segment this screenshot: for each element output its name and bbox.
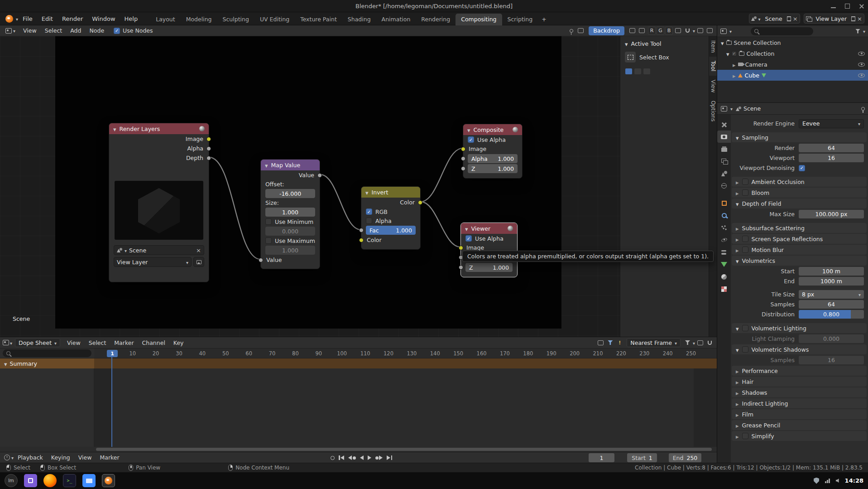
expand-icon[interactable] xyxy=(733,72,736,79)
image-input-socket[interactable] xyxy=(459,246,463,250)
filter-icon[interactable] xyxy=(855,29,860,34)
rgb-toggle[interactable]: RGB xyxy=(361,207,420,216)
chevron-down-icon[interactable] xyxy=(863,28,865,34)
prev-keyframe-button[interactable] xyxy=(348,455,356,460)
image-output-socket[interactable] xyxy=(206,137,211,141)
invert-node[interactable]: Invert Color RGB Alpha Fac 1.000 xyxy=(361,186,421,250)
dope-sheet-menu[interactable]: Select xyxy=(85,339,110,346)
compositor-menu[interactable]: Node xyxy=(85,27,108,34)
workspace-tab-rendering[interactable]: Rendering xyxy=(416,14,456,25)
outliner-row-collection[interactable]: Collection xyxy=(717,48,868,59)
playhead-line[interactable] xyxy=(111,357,112,447)
expand-panel-icon[interactable] xyxy=(736,411,739,418)
volumetric-shadows-checkbox[interactable] xyxy=(742,346,748,353)
alpha-checkbox[interactable] xyxy=(366,218,372,224)
panel-performance[interactable]: Performance xyxy=(732,366,867,376)
backdrop-button[interactable]: Backdrop xyxy=(589,26,624,35)
topbar-menu[interactable]: Render xyxy=(58,15,87,22)
filter-icon[interactable] xyxy=(683,339,692,347)
channel-list-region[interactable] xyxy=(0,368,94,447)
panel-grease-pencil[interactable]: Grease Pencil xyxy=(732,420,867,430)
expand-panel-icon[interactable] xyxy=(736,422,739,429)
frame-end-field[interactable]: End 250 xyxy=(669,453,701,462)
tab-scene-properties[interactable] xyxy=(717,167,731,179)
snap-magnet-icon[interactable] xyxy=(705,339,714,347)
z-field[interactable]: Z 1.000 xyxy=(468,164,518,173)
tile-size-select[interactable]: 8 px xyxy=(799,290,864,299)
tab-world-properties[interactable] xyxy=(717,179,731,192)
current-frame-field[interactable]: 1 xyxy=(589,453,614,462)
collapse-panel-icon[interactable] xyxy=(625,40,628,47)
dope-sheet-menu[interactable]: Key xyxy=(169,339,188,346)
expand-panel-icon[interactable] xyxy=(736,378,739,385)
ambient-occlusion-checkbox[interactable] xyxy=(742,179,748,185)
expand-panel-icon[interactable] xyxy=(736,236,739,242)
color-input-socket[interactable] xyxy=(359,238,364,242)
tab-object-properties[interactable] xyxy=(717,197,731,209)
scene-name[interactable]: Scene xyxy=(762,15,785,22)
expand-panel-icon[interactable] xyxy=(736,368,739,374)
panel-volumetric-lighting[interactable]: Volumetric Lighting xyxy=(732,323,867,333)
add-workspace-button[interactable]: + xyxy=(538,14,550,25)
dope-sheet-mode-select[interactable]: Dope Sheet xyxy=(15,338,60,347)
sidebar-tab-tool[interactable]: Tool xyxy=(709,57,717,75)
editor-type-button[interactable] xyxy=(3,26,18,35)
bloom-checkbox[interactable] xyxy=(742,189,748,196)
panel-volumetrics[interactable]: Volumetrics xyxy=(732,256,867,266)
channel-toggle-button[interactable]: G xyxy=(657,27,664,35)
expand-panel-icon[interactable] xyxy=(736,247,739,253)
sidebar-tab-view[interactable]: View xyxy=(709,76,717,97)
view-layer-selector[interactable]: View Layer xyxy=(804,14,864,24)
minimize-button[interactable] xyxy=(830,3,836,9)
dope-sheet-editor-icon[interactable] xyxy=(3,340,9,345)
chevron-down-icon[interactable] xyxy=(730,105,733,112)
panel-simplify[interactable]: Simplify xyxy=(732,431,867,441)
use-maximum-checkbox[interactable] xyxy=(265,237,272,244)
scene-select-field[interactable]: Scene xyxy=(114,245,204,255)
compositor-menu[interactable]: View xyxy=(19,27,41,34)
visibility-eye-icon[interactable] xyxy=(858,73,865,77)
motion-blur-checkbox[interactable] xyxy=(742,247,748,253)
purple-app-icon[interactable] xyxy=(24,474,37,487)
z-input-socket[interactable] xyxy=(459,265,463,270)
tool-variant-icon[interactable] xyxy=(643,68,651,75)
blender-app-icon[interactable] xyxy=(102,474,115,487)
panel-depth-of-field[interactable]: Depth of Field xyxy=(732,199,867,208)
render-layers-node-header[interactable]: Render Layers xyxy=(109,123,209,134)
alpha-field[interactable]: Alpha 1.000 xyxy=(468,154,518,163)
render-engine-select[interactable]: Eevee xyxy=(799,119,864,128)
jump-to-start-button[interactable] xyxy=(339,455,344,460)
distribution-slider[interactable]: 0.800 xyxy=(799,310,864,319)
options-icon[interactable] xyxy=(705,26,714,35)
use-maximum-toggle[interactable]: Use Maximum xyxy=(261,236,320,245)
end-field[interactable]: 1000 m xyxy=(799,277,864,286)
expand-icon[interactable] xyxy=(721,39,724,46)
blender-logo-icon[interactable] xyxy=(5,15,13,23)
z-input-socket[interactable] xyxy=(461,166,465,171)
start-field[interactable]: 100 m xyxy=(799,267,864,276)
dope-sheet-menu[interactable]: View xyxy=(63,339,85,346)
only-selected-icon[interactable] xyxy=(596,339,605,347)
use-nodes-toggle[interactable]: Use Nodes xyxy=(114,27,153,34)
scene-selector[interactable]: Scene xyxy=(749,14,800,24)
playback-menu[interactable]: View xyxy=(74,454,96,461)
tab-view-layer-properties[interactable] xyxy=(717,155,731,167)
channel-toggle-button[interactable]: R xyxy=(648,27,656,35)
topbar-menu[interactable]: Window xyxy=(87,15,120,22)
collapse-node-icon[interactable] xyxy=(365,189,369,196)
expand-panel-icon[interactable] xyxy=(736,189,739,196)
chevron-down-icon[interactable] xyxy=(758,15,761,22)
tab-render-properties[interactable] xyxy=(717,131,731,143)
expand-panel-icon[interactable] xyxy=(736,389,739,396)
sidebar-tab-item[interactable]: Item xyxy=(709,36,717,57)
outliner-row-camera[interactable]: Camera xyxy=(717,59,868,70)
shield-icon[interactable] xyxy=(814,478,819,484)
viewport-samples-field[interactable]: 16 xyxy=(799,154,864,162)
file-manager-icon[interactable] xyxy=(82,474,96,487)
outliner-search-input[interactable] xyxy=(751,27,813,35)
collapse-node-icon[interactable] xyxy=(265,162,268,169)
image-input-socket[interactable] xyxy=(461,147,465,151)
invert-node-header[interactable]: Invert xyxy=(361,187,420,198)
chevron-down-icon[interactable] xyxy=(186,259,188,266)
summary-channel[interactable]: Summary xyxy=(0,358,94,368)
